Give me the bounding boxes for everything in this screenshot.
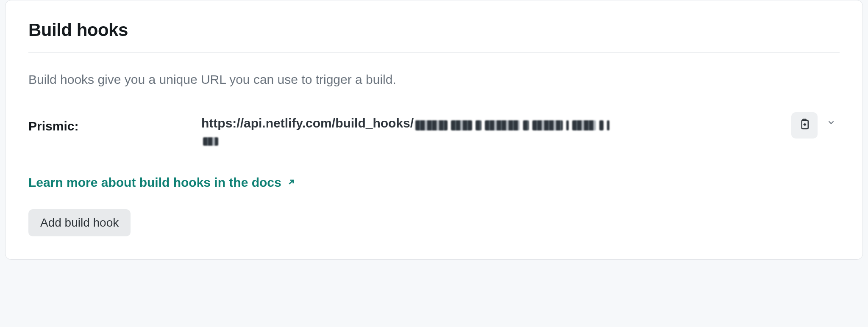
- docs-link-label: Learn more about build hooks in the docs: [28, 175, 281, 190]
- clipboard-icon: [798, 118, 811, 132]
- section-description: Build hooks give you a unique URL you ca…: [28, 71, 840, 89]
- build-hook-name: Prismic:: [28, 114, 195, 133]
- section-title: Build hooks: [28, 20, 840, 40]
- add-build-hook-button[interactable]: Add build hook: [28, 209, 131, 236]
- build-hook-url-redacted: [414, 122, 611, 129]
- copy-url-button[interactable]: [791, 112, 818, 139]
- external-link-icon: [287, 175, 296, 190]
- build-hook-url-prefix: https://api.netlify.com/build_hooks/: [201, 116, 414, 130]
- section-divider: [28, 52, 840, 53]
- build-hook-row: Prismic: https://api.netlify.com/build_h…: [28, 114, 840, 146]
- docs-link[interactable]: Learn more about build hooks in the docs: [28, 175, 296, 190]
- chevron-down-icon: [826, 118, 836, 128]
- build-hook-url-wrap: https://api.netlify.com/build_hooks/: [201, 114, 840, 146]
- build-hooks-card: Build hooks Build hooks give you a uniqu…: [5, 0, 863, 260]
- expand-hook-button[interactable]: [823, 115, 840, 132]
